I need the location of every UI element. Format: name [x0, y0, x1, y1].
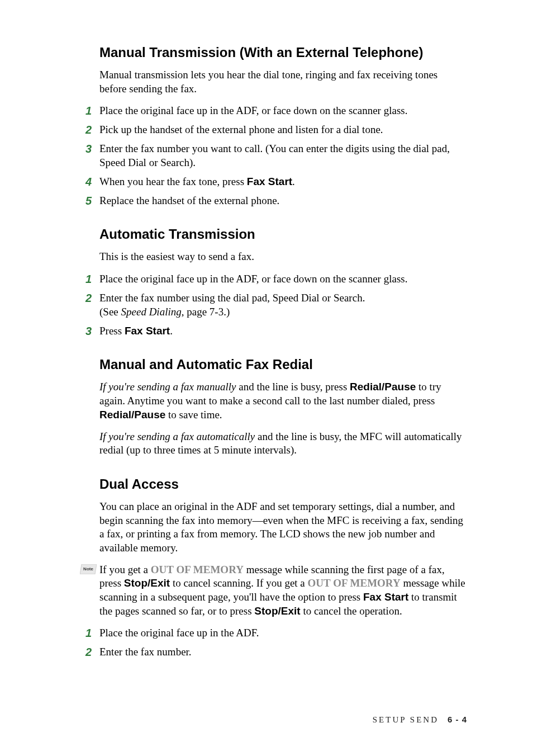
note-badge-label: Note — [80, 564, 97, 574]
step-text: Replace the handset of the external phon… — [99, 195, 279, 206]
step-text: Place the original face up in the ADF. — [99, 627, 259, 639]
step-number: 1 — [79, 272, 92, 287]
stop-exit-label: Stop/Exit — [254, 605, 300, 617]
heading-dual-access: Dual Access — [99, 476, 467, 492]
heading-manual-transmission: Manual Transmission (With an External Te… — [99, 45, 467, 60]
step-number: 3 — [79, 324, 92, 339]
redial-pause-label: Redial/Pause — [99, 409, 165, 420]
note-block: Note If you get a OUT OF MEMORY message … — [99, 563, 467, 618]
footer-section-label: SETUP SEND — [373, 715, 439, 724]
step-number: 2 — [79, 122, 92, 138]
step-number: 5 — [79, 193, 92, 209]
step-text: Pick up the handset of the external phon… — [99, 124, 383, 135]
list-item: 2Pick up the handset of the external pho… — [92, 122, 467, 137]
step-number: 1 — [79, 103, 92, 119]
list-item: 1Place the original face up in the ADF. — [92, 626, 467, 640]
step-number: 1 — [79, 626, 92, 641]
list-item: 3Press Fax Start. — [92, 324, 467, 338]
step-text: Place the original face up in the ADF, o… — [99, 105, 407, 116]
redial-pause-label: Redial/Pause — [350, 381, 416, 393]
step-text: Enter the fax number using the dial pad,… — [99, 292, 365, 318]
intro-automatic-transmission: This is the easiest way to send a fax. — [99, 250, 467, 264]
page-container: Manual Transmission (With an External Te… — [0, 0, 533, 756]
fax-start-label: Fax Start — [363, 591, 408, 603]
steps-manual-transmission: 1Place the original face up in the ADF, … — [92, 103, 467, 207]
step-number: 2 — [79, 645, 92, 660]
page-number: 6 - 4 — [448, 715, 467, 724]
list-item: 4When you hear the fax tone, press Fax S… — [92, 174, 467, 189]
list-item: 2Enter the fax number. — [92, 645, 467, 659]
fax-start-label: Fax Start — [247, 176, 292, 187]
list-item: 3Enter the fax number you want to call. … — [92, 141, 467, 170]
out-of-memory-label: OUT OF MEMORY — [308, 577, 401, 589]
list-item: 1Place the original face up in the ADF, … — [92, 272, 467, 286]
intro-manual-transmission: Manual transmission lets you hear the di… — [99, 68, 467, 96]
step-number: 3 — [79, 141, 92, 157]
stop-exit-label: Stop/Exit — [124, 577, 170, 589]
step-text: Enter the fax number you want to call. (… — [99, 143, 450, 169]
step-text: Place the original face up in the ADF, o… — [99, 273, 407, 285]
step-number: 2 — [79, 291, 92, 306]
steps-dual-access: 1Place the original face up in the ADF. … — [92, 626, 467, 659]
steps-automatic-transmission: 1Place the original face up in the ADF, … — [92, 272, 467, 338]
heading-automatic-transmission: Automatic Transmission — [99, 226, 467, 242]
out-of-memory-label: OUT OF MEMORY — [151, 564, 244, 575]
step-text: When you hear the fax tone, press Fax St… — [99, 176, 295, 187]
heading-fax-redial: Manual and Automatic Fax Redial — [99, 357, 467, 372]
list-item: 1Place the original face up in the ADF, … — [92, 103, 467, 118]
dual-access-intro: You can place an original in the ADF and… — [99, 500, 467, 555]
step-text: Enter the fax number. — [99, 646, 192, 658]
page-footer: SETUP SEND6 - 4 — [373, 715, 467, 725]
note-icon: Note — [80, 564, 97, 574]
list-item: 5Replace the handset of the external pho… — [92, 193, 467, 208]
fax-redial-manual-para: If you're sending a fax manually and the… — [99, 380, 467, 422]
fax-redial-auto-para: If you're sending a fax automatically an… — [99, 430, 467, 457]
auto-italic: If you're sending a fax automatically — [99, 431, 255, 442]
speed-dialing-ref: Speed Dialing — [121, 306, 182, 318]
step-text: Press Fax Start. — [99, 325, 173, 337]
fax-start-label: Fax Start — [125, 325, 170, 337]
step-number: 4 — [79, 174, 92, 190]
list-item: 2Enter the fax number using the dial pad… — [92, 291, 467, 319]
manual-italic: If you're sending a fax manually — [99, 381, 236, 393]
